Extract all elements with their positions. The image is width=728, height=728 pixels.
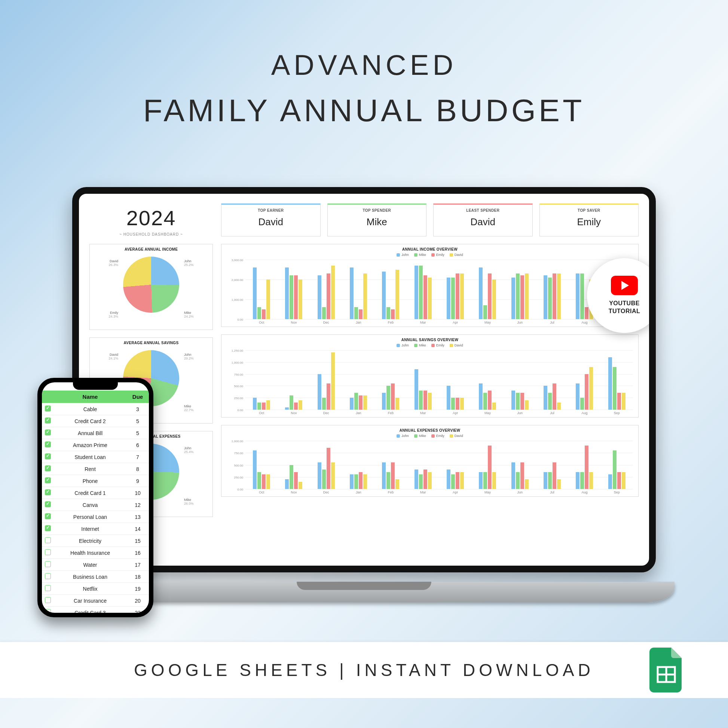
checkbox-icon[interactable] [45, 525, 51, 531]
bills-checkbox-cell[interactable] [42, 427, 54, 439]
checkbox-icon[interactable] [45, 430, 51, 436]
bills-name-cell: Credit Card 3 [54, 607, 127, 613]
youtube-tutorial-badge[interactable]: YOUTUBETUTORIAL [587, 258, 656, 333]
bills-name-cell: Water [54, 559, 127, 571]
bills-row[interactable]: Rent8 [42, 463, 149, 475]
bar-x-axis: OctNovDecJanFebMarAprMayJunJulAugSep [245, 320, 633, 324]
bills-row[interactable]: Cable3 [42, 403, 149, 415]
bills-row[interactable]: Credit Card 322 [42, 607, 149, 613]
bills-name-cell: Annual Bill [54, 427, 127, 439]
bills-due-cell: 9 [127, 475, 149, 487]
bars-annual-savings: ANNUAL SAVINGS OVERVIEWJohnMikeEmilyDavi… [221, 335, 639, 418]
bills-checkbox-cell[interactable] [42, 559, 54, 571]
bills-due-cell: 7 [127, 451, 149, 463]
bills-row[interactable]: Annual Bill5 [42, 427, 149, 439]
bills-row[interactable]: Amazon Prime6 [42, 439, 149, 451]
checkbox-icon[interactable] [45, 442, 51, 447]
bills-name-cell: Student Loan [54, 451, 127, 463]
bills-name-cell: Credit Card 1 [54, 487, 127, 499]
bills-due-cell: 5 [127, 415, 149, 427]
bills-row[interactable]: Business Loan18 [42, 571, 149, 583]
bills-due-cell: 14 [127, 523, 149, 535]
footer-bar: GOOGLE SHEETS | INSTANT DOWNLOAD [0, 642, 728, 698]
card-value: David [437, 216, 529, 228]
bills-due-cell: 3 [127, 403, 149, 415]
bills-checkbox-cell[interactable] [42, 595, 54, 607]
phone-notch [73, 382, 118, 390]
bills-checkbox-cell[interactable] [42, 499, 54, 511]
bar-chart: 0.00250.00500.00750.001,000.001,250.00 [245, 350, 633, 410]
bills-name-cell: Personal Loan [54, 511, 127, 523]
bills-row[interactable]: Student Loan7 [42, 451, 149, 463]
bills-row[interactable]: Netflix19 [42, 583, 149, 595]
pie-slice-label: Mike22.7% [184, 404, 210, 412]
checkbox-icon[interactable] [45, 585, 51, 591]
card-value: Emily [543, 216, 636, 228]
checkbox-icon[interactable] [45, 537, 51, 543]
checkbox-icon[interactable] [45, 405, 51, 411]
checkbox-icon[interactable] [45, 573, 51, 579]
bills-checkbox-cell[interactable] [42, 571, 54, 583]
headline-line2: FAMILY ANNUAL BUDGET [0, 92, 728, 129]
checkbox-icon[interactable] [45, 609, 51, 613]
checkbox-icon[interactable] [45, 453, 51, 459]
pie-slice-label: David24.1% [92, 353, 118, 360]
checkbox-icon[interactable] [45, 489, 51, 495]
checkbox-icon[interactable] [45, 465, 51, 471]
bills-row[interactable]: Internet14 [42, 523, 149, 535]
laptop-screen: 2024 ~ HOUSEHOLD DASHBOARD ~ TOP EARNERD… [72, 187, 656, 572]
card-title: TOP EARNER [225, 208, 317, 213]
phone-mockup: Name Due Cable3Credit Card 25Annual Bill… [37, 378, 153, 617]
bills-checkbox-cell[interactable] [42, 523, 54, 535]
bills-row[interactable]: Electricity15 [42, 535, 149, 547]
bills-due-cell: 15 [127, 535, 149, 547]
bills-row[interactable]: Personal Loan13 [42, 511, 149, 523]
bills-checkbox-cell[interactable] [42, 403, 54, 415]
bills-name-cell: Internet [54, 523, 127, 535]
youtube-badge-label: YOUTUBETUTORIAL [609, 300, 641, 315]
bills-due-cell: 13 [127, 511, 149, 523]
bar-x-axis: OctNovDecJanFebMarAprMayJunJulAugSep [245, 410, 633, 415]
checkbox-icon[interactable] [45, 597, 51, 603]
bills-checkbox-cell[interactable] [42, 463, 54, 475]
checkbox-icon[interactable] [45, 418, 51, 424]
bills-row[interactable]: Water17 [42, 559, 149, 571]
card-title: TOP SPENDER [331, 208, 424, 213]
bills-row[interactable]: Credit Card 110 [42, 487, 149, 499]
bills-row[interactable]: Car Insurance20 [42, 595, 149, 607]
bills-row[interactable]: Canva12 [42, 499, 149, 511]
pie-average-income: AVERAGE ANNUAL INCOMEJohn25.2%Mike24.2%E… [89, 244, 213, 330]
bills-checkbox-cell[interactable] [42, 535, 54, 547]
product-headline: ADVANCED FAMILY ANNUAL BUDGET [0, 49, 728, 129]
bar-x-axis: OctNovDecJanFebMarAprMayJunJulAugSep [245, 489, 633, 494]
footer-label: GOOGLE SHEETS | INSTANT DOWNLOAD [134, 660, 594, 680]
checkbox-icon[interactable] [45, 501, 51, 507]
bills-name-cell: Canva [54, 499, 127, 511]
checkbox-icon[interactable] [45, 477, 51, 483]
bills-due-cell: 20 [127, 595, 149, 607]
pie-chart [123, 257, 179, 313]
bills-checkbox-cell[interactable] [42, 547, 54, 559]
bills-checkbox-cell[interactable] [42, 487, 54, 499]
bills-name-cell: Health Insurance [54, 547, 127, 559]
bills-checkbox-cell[interactable] [42, 451, 54, 463]
bills-name-cell: Business Loan [54, 571, 127, 583]
pie-title: AVERAGE ANNUAL SAVINGS [93, 341, 210, 345]
bills-name-cell: Credit Card 2 [54, 415, 127, 427]
checkbox-icon[interactable] [45, 549, 51, 555]
bills-row[interactable]: Phone9 [42, 475, 149, 487]
pie-slice-label: John29.2% [184, 353, 210, 360]
bills-name-cell: Cable [54, 403, 127, 415]
bills-checkbox-cell[interactable] [42, 415, 54, 427]
bills-checkbox-cell[interactable] [42, 607, 54, 613]
pie-slice-label: John25.4% [184, 446, 210, 454]
bills-checkbox-cell[interactable] [42, 439, 54, 451]
bills-checkbox-cell[interactable] [42, 583, 54, 595]
year-block: 2024 ~ HOUSEHOLD DASHBOARD ~ [89, 203, 213, 236]
checkbox-icon[interactable] [45, 513, 51, 519]
bills-checkbox-cell[interactable] [42, 511, 54, 523]
checkbox-icon[interactable] [45, 561, 51, 567]
bills-row[interactable]: Credit Card 25 [42, 415, 149, 427]
bills-checkbox-cell[interactable] [42, 475, 54, 487]
bills-row[interactable]: Health Insurance16 [42, 547, 149, 559]
